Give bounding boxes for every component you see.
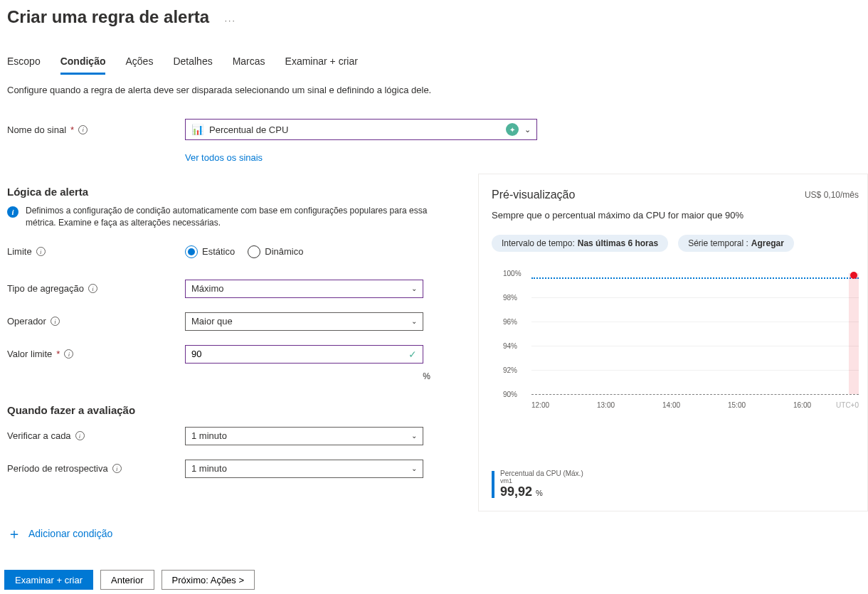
threshold-line bbox=[531, 394, 859, 395]
required-marker: * bbox=[70, 124, 74, 135]
signal-status-icon: ✦ bbox=[506, 123, 519, 136]
legend-value: 99,92 bbox=[500, 484, 532, 499]
aggregation-select[interactable]: Máximo ⌄ bbox=[185, 280, 423, 298]
preview-chart: 100% 98% 96% 94% 92% 90% 12:00 13:00 14:… bbox=[506, 273, 859, 437]
info-icon[interactable]: i bbox=[51, 317, 60, 326]
y-tick: 94% bbox=[503, 342, 517, 350]
add-condition-label: Adicionar condição bbox=[28, 528, 112, 539]
x-tick: 12:00 bbox=[531, 401, 597, 409]
threshold-label: Limite bbox=[7, 246, 32, 257]
alert-band bbox=[849, 273, 859, 394]
threshold-value-label: Valor limite bbox=[7, 349, 52, 359]
check-every-label: Verificar a cada bbox=[7, 430, 71, 441]
auto-config-info: Definimos a configuração de condição aut… bbox=[26, 205, 434, 229]
tab-bar: Escopo Condição Ações Detalhes Marcas Ex… bbox=[7, 55, 868, 75]
add-condition-button[interactable]: ＋ Adicionar condição bbox=[7, 524, 868, 543]
series-pill[interactable]: Série temporal : Agregar bbox=[678, 235, 794, 252]
gridline bbox=[531, 322, 859, 322]
info-icon[interactable]: i bbox=[64, 349, 73, 359]
required-marker: * bbox=[56, 349, 60, 359]
x-tick: 15:00 bbox=[728, 401, 793, 409]
check-every-value: 1 minuto bbox=[191, 430, 227, 441]
data-line bbox=[531, 277, 859, 279]
operator-label: Operador bbox=[7, 316, 46, 327]
threshold-static-radio[interactable]: Estático bbox=[185, 245, 235, 258]
time-range-pill-label: Intervalo de tempo: bbox=[502, 238, 575, 248]
signal-name-label: Nome do sinal bbox=[7, 124, 66, 135]
series-pill-label: Série temporal : bbox=[688, 238, 748, 248]
threshold-unit: % bbox=[192, 371, 430, 381]
more-menu-icon[interactable]: ··· bbox=[225, 16, 236, 26]
threshold-dynamic-label: Dinâmico bbox=[265, 246, 303, 257]
info-icon[interactable]: i bbox=[88, 284, 97, 293]
time-range-pill[interactable]: Intervalo de tempo: Nas últimas 6 horas bbox=[492, 235, 668, 252]
chevron-down-icon: ⌄ bbox=[411, 285, 417, 292]
chevron-down-icon: ⌄ bbox=[411, 465, 417, 472]
see-all-signals-link[interactable]: Ver todos os sinais bbox=[185, 152, 263, 163]
signal-value: Percentual de CPU bbox=[209, 124, 500, 135]
tab-escopo[interactable]: Escopo bbox=[7, 55, 41, 75]
preview-panel: Pré-visualização US$ 0,10/mês Sempre que… bbox=[478, 174, 868, 511]
info-icon[interactable]: i bbox=[75, 431, 85, 440]
gridline bbox=[531, 346, 859, 346]
threshold-dynamic-radio[interactable]: Dinâmico bbox=[248, 245, 303, 258]
valid-check-icon: ✓ bbox=[408, 349, 417, 360]
chevron-down-icon: ⌄ bbox=[411, 432, 417, 440]
operator-select[interactable]: Maior que ⌄ bbox=[185, 312, 423, 331]
chevron-down-icon: ⌄ bbox=[524, 125, 531, 134]
legend-resource: vm1 bbox=[500, 477, 583, 484]
y-tick: 92% bbox=[503, 366, 517, 374]
timezone-label: UTC+0 bbox=[836, 401, 859, 409]
y-tick: 98% bbox=[503, 294, 517, 302]
time-range-pill-value: Nas últimas 6 horas bbox=[578, 238, 658, 248]
plus-icon: ＋ bbox=[7, 524, 21, 543]
tab-marcas[interactable]: Marcas bbox=[233, 55, 265, 75]
y-tick: 90% bbox=[503, 391, 517, 398]
threshold-value-input-wrap: ✓ bbox=[185, 345, 423, 364]
x-tick: 14:00 bbox=[662, 401, 728, 409]
tab-examinar-criar[interactable]: Examinar + criar bbox=[285, 55, 358, 75]
check-every-select[interactable]: 1 minuto ⌄ bbox=[185, 427, 423, 445]
aggregation-value: Máximo bbox=[191, 283, 224, 294]
chevron-down-icon: ⌄ bbox=[411, 317, 417, 325]
preview-title: Pré-visualização bbox=[492, 189, 575, 201]
legend-color-icon bbox=[492, 471, 494, 498]
info-badge-icon: i bbox=[7, 206, 18, 218]
page-title: Criar uma regra de alerta bbox=[7, 7, 209, 27]
legend-metric: Percentual da CPU (Máx.) bbox=[500, 470, 583, 477]
x-tick: 13:00 bbox=[597, 401, 662, 409]
gridline bbox=[531, 297, 859, 298]
threshold-static-label: Estático bbox=[202, 246, 235, 257]
legend-unit: % bbox=[536, 489, 543, 497]
lookback-label: Período de retrospectiva bbox=[7, 463, 108, 474]
preview-summary: Sempre que o percentual máximo da CPU fo… bbox=[492, 210, 859, 221]
lookback-value: 1 minuto bbox=[191, 463, 227, 474]
threshold-value-input[interactable] bbox=[191, 349, 408, 359]
tab-detalhes[interactable]: Detalhes bbox=[173, 55, 212, 75]
info-icon[interactable]: i bbox=[36, 247, 46, 256]
info-icon[interactable]: i bbox=[112, 464, 122, 473]
preview-cost: US$ 0,10/mês bbox=[805, 190, 859, 200]
current-point-icon bbox=[850, 272, 857, 279]
lookback-select[interactable]: 1 minuto ⌄ bbox=[185, 460, 423, 478]
tab-description: Configure quando a regra de alerta deve … bbox=[7, 85, 868, 95]
info-icon[interactable]: i bbox=[78, 125, 88, 134]
y-tick: 100% bbox=[503, 270, 522, 277]
series-pill-value: Agregar bbox=[751, 238, 784, 248]
tab-acoes[interactable]: Ações bbox=[125, 55, 153, 75]
y-tick: 96% bbox=[503, 318, 517, 326]
aggregation-label: Tipo de agregação bbox=[7, 283, 84, 294]
signal-select[interactable]: 📊 Percentual de CPU ✦ ⌄ bbox=[185, 119, 537, 140]
operator-value: Maior que bbox=[191, 316, 233, 327]
tab-condicao[interactable]: Condição bbox=[60, 55, 106, 75]
metric-icon: 📊 bbox=[191, 124, 203, 135]
gridline bbox=[531, 370, 859, 371]
